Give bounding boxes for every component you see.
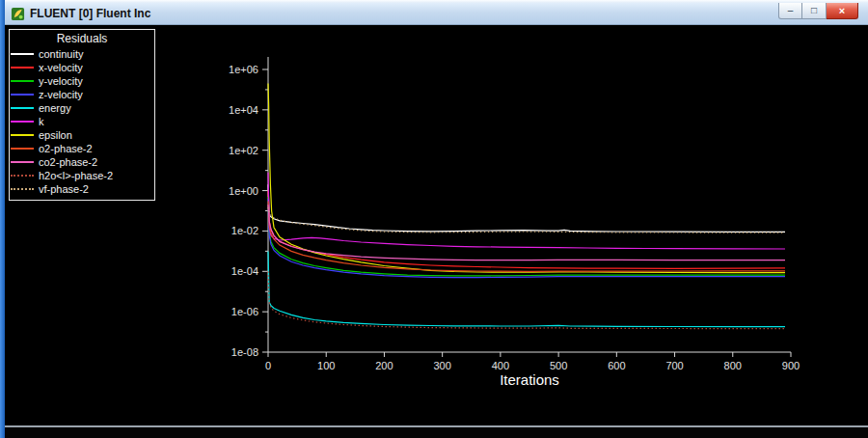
- legend: Residuals continuityx-velocityy-velocity…: [9, 29, 155, 201]
- maximize-button[interactable]: □: [802, 3, 827, 19]
- x-tick-label: 700: [665, 360, 683, 371]
- legend-items: continuityx-velocityy-velocityz-velocity…: [10, 47, 154, 196]
- legend-label: o2-phase-2: [39, 143, 93, 154]
- x-tick-label: 200: [375, 360, 393, 371]
- x-tick-label: 0: [265, 360, 271, 371]
- legend-item: z-velocity: [10, 88, 154, 101]
- x-tick-label: 300: [433, 360, 450, 371]
- series-continuity: [268, 184, 785, 232]
- x-tick-label: 400: [492, 360, 509, 371]
- legend-swatch: [11, 188, 34, 190]
- fluent-app-icon[interactable]: [11, 7, 25, 21]
- y-tick-label: 1e+00: [229, 185, 258, 197]
- legend-item: vf-phase-2: [10, 182, 154, 196]
- y-tick-label: 1e+04: [229, 104, 258, 116]
- legend-swatch: [11, 121, 34, 123]
- x-tick-label: 600: [608, 360, 625, 371]
- legend-swatch: [11, 107, 34, 109]
- legend-label: x-velocity: [39, 62, 83, 73]
- y-tick-label: 1e+06: [229, 64, 258, 75]
- x-tick-label: 500: [550, 360, 567, 371]
- legend-swatch: [11, 80, 34, 82]
- series-k: [268, 173, 785, 249]
- legend-swatch: [11, 175, 34, 177]
- plot-area: 1e+061e+041e+021e+001e-021e-041e-061e-08…: [5, 25, 868, 425]
- series-epsilon: [268, 84, 785, 273]
- legend-swatch: [11, 53, 34, 55]
- console-strip: [5, 427, 868, 438]
- legend-swatch: [11, 148, 34, 150]
- legend-swatch: [11, 94, 34, 96]
- legend-item: o2-phase-2: [10, 142, 154, 155]
- legend-label: co2-phase-2: [39, 156, 97, 168]
- legend-label: vf-phase-2: [39, 183, 89, 195]
- legend-item: h2o<l>-phase-2: [10, 169, 154, 182]
- window-title: FLUENT [0] Fluent Inc: [30, 7, 150, 20]
- legend-label: z-velocity: [39, 89, 83, 100]
- legend-item: co2-phase-2: [10, 155, 154, 169]
- x-tick-label: 800: [724, 360, 742, 371]
- legend-swatch: [11, 161, 34, 163]
- background-window-edge: [0, 0, 5, 438]
- series-z-velocity: [268, 199, 785, 278]
- series-y-velocity: [268, 197, 785, 276]
- y-tick-label: 1e-02: [231, 225, 258, 236]
- legend-label: epsilon: [39, 129, 72, 141]
- close-button[interactable]: ×: [827, 3, 858, 19]
- legend-item: x-velocity: [10, 61, 154, 74]
- x-tick-label: 100: [317, 360, 335, 371]
- legend-item: epsilon: [10, 128, 154, 142]
- series-vf-phase-2: [268, 207, 785, 233]
- series-energy: [268, 251, 785, 326]
- minimize-button[interactable]: –: [778, 3, 802, 19]
- y-tick-label: 1e-04: [231, 265, 258, 277]
- series-o2-phase-2: [268, 202, 785, 272]
- window-controls: – □ ×: [778, 3, 858, 19]
- y-tick-label: 1e-06: [231, 306, 258, 317]
- x-axis-title: Iterations: [500, 371, 559, 388]
- legend-item: continuity: [10, 47, 154, 61]
- legend-label: energy: [39, 102, 71, 114]
- titlebar[interactable]: FLUENT [0] Fluent Inc – □ ×: [5, 3, 868, 25]
- y-tick-label: 1e+02: [229, 145, 258, 156]
- y-tick-label: 1e-08: [231, 346, 258, 358]
- legend-item: energy: [10, 101, 154, 115]
- x-tick-label: 900: [782, 360, 800, 371]
- legend-item: k: [10, 115, 154, 128]
- legend-swatch: [11, 134, 34, 136]
- legend-label: continuity: [39, 48, 83, 60]
- legend-title: Residuals: [10, 31, 154, 47]
- legend-swatch: [11, 67, 34, 68]
- legend-label: k: [39, 116, 44, 127]
- fluent-window: FLUENT [0] Fluent Inc – □ × 1e+061e+041e…: [5, 0, 868, 438]
- legend-label: y-velocity: [39, 75, 83, 87]
- legend-label: h2o<l>-phase-2: [39, 170, 113, 181]
- legend-item: y-velocity: [10, 74, 154, 88]
- series-h2o-l-phase-2: [268, 271, 785, 328]
